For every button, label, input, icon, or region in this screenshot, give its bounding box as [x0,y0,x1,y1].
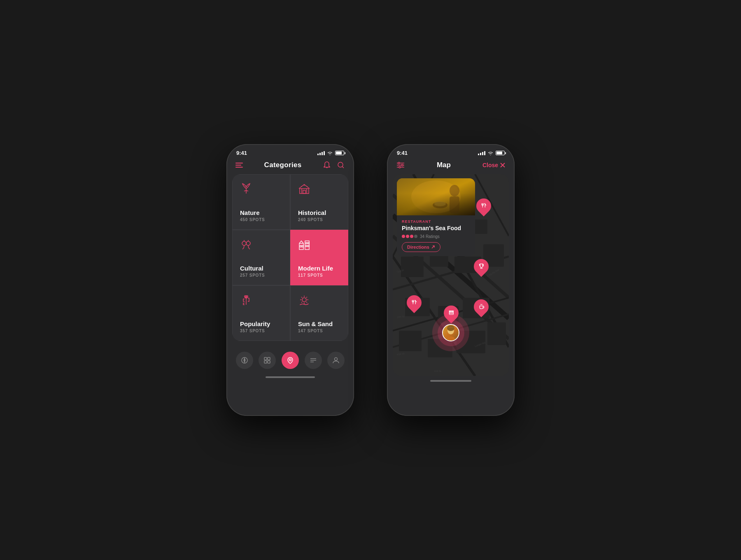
close-button[interactable]: Close [482,162,506,168]
rating-row: 34 Ratings [402,234,470,239]
svg-point-6 [242,241,246,245]
sun-icon [298,294,340,309]
trophy-icon [478,263,484,270]
map-container[interactable]: Cooper Ave 78th St 71st Pl 70th St 69th … [393,174,509,376]
historical-spots: 240 SPOTS [298,217,340,222]
map-header: Map Close [387,159,515,174]
nature-spots: 450 SPOTS [240,217,282,222]
svg-rect-30 [268,357,270,360]
map-pin-restaurant-1[interactable] [476,198,491,213]
svg-rect-13 [308,243,309,244]
categories-header: Categories [226,159,354,174]
categories-grid: Nature 450 SPOTS Historical 240 SPOT [232,174,348,341]
cultural-icon [240,238,282,253]
svg-point-97 [447,325,454,331]
svg-line-25 [306,302,307,303]
category-historical[interactable]: Historical 240 SPOTS [290,174,348,230]
search-icon[interactable] [337,161,345,169]
battery-icon [335,151,344,155]
category-cultural[interactable]: Cultural 257 SPOTS [232,230,290,285]
svg-line-26 [306,297,307,298]
historical-name: Historical [298,209,340,216]
category-nature[interactable]: Nature 450 SPOTS [232,174,290,230]
category-sun-sand[interactable]: Sun & Sand 147 SPOTS [290,285,348,341]
map-pin-restaurant-2[interactable] [407,295,422,310]
nature-name: Nature [240,209,282,216]
svg-rect-3 [303,190,305,194]
pin-bubble-2 [471,256,492,277]
map-pin-coffee[interactable] [474,299,489,314]
svg-rect-32 [268,361,270,363]
phones-container: 9:41 Categories [226,144,515,416]
modern-life-spots: 117 SPOTS [298,273,340,278]
directions-button[interactable]: Directions [402,242,440,252]
header-icons [323,161,345,169]
user-location [432,314,469,351]
svg-rect-67 [399,331,422,351]
svg-rect-11 [302,245,303,247]
signal-icon [317,151,325,155]
cultural-name: Cultural [240,265,282,272]
svg-rect-10 [300,245,301,247]
fork-knife-icon-2 [411,299,417,306]
restaurant-name: Pinksman's Sea Food [402,225,470,232]
time-right: 9:41 [397,150,408,156]
status-icons-left [317,151,344,155]
menu-icon[interactable] [235,163,243,168]
location-pulse-inner [438,320,464,346]
bottom-nav [226,344,354,373]
nav-location[interactable] [282,352,299,369]
svg-point-42 [401,164,403,166]
status-icons-right [478,151,505,155]
svg-point-33 [289,359,291,361]
nav-profile[interactable] [327,352,345,369]
bell-icon[interactable] [323,161,331,169]
sun-sand-name: Sun & Sand [298,320,340,327]
restaurant-card: RESTAURANT Pinksman's Sea Food 34 Rating… [397,178,475,256]
fork-knife-icon-1 [481,202,487,209]
svg-rect-29 [264,357,267,360]
restaurant-image [397,178,475,215]
svg-point-43 [399,166,401,168]
time-left: 9:41 [236,150,247,156]
popularity-icon [240,294,282,309]
avatar-image [443,325,459,341]
category-popularity[interactable]: Popularity 357 SPOTS [232,285,290,341]
nav-grid[interactable] [259,352,276,369]
coffee-icon [478,303,484,310]
svg-point-0 [338,162,343,167]
popularity-spots: 357 SPOTS [240,329,282,333]
pin-bubble-1 [473,195,494,216]
signal-icon-right [478,151,485,155]
category-modern-life[interactable]: Modern Life 117 SPOTS [290,230,348,285]
location-pulse-outer [432,314,469,351]
svg-rect-2 [300,189,309,194]
nature-icon [240,183,282,198]
svg-rect-94 [452,311,453,312]
home-indicator-right [430,380,471,382]
svg-point-7 [246,241,250,245]
star-rating [402,235,417,238]
rating-count: 34 Ratings [420,234,440,239]
nav-compass[interactable] [236,352,253,369]
map-title: Map [437,161,451,169]
map-pin-trophy[interactable] [474,259,489,274]
svg-point-37 [335,358,338,361]
status-bar-right: 9:41 [387,144,515,159]
star-2 [406,235,409,238]
filter-icon[interactable] [396,161,405,169]
star-3 [410,235,413,238]
directions-arrow-icon [431,245,435,249]
wifi-icon [327,151,333,155]
svg-rect-70 [487,322,506,345]
nav-list[interactable] [305,352,322,369]
star-4 [414,235,417,238]
svg-point-41 [398,162,400,164]
battery-icon-right [496,151,505,155]
svg-rect-14 [306,245,307,247]
svg-line-1 [343,167,344,168]
historical-icon [298,183,340,198]
pin-bubble-3 [403,292,424,313]
svg-text:2nd St: 2nd St [434,370,441,372]
svg-line-27 [301,302,302,303]
